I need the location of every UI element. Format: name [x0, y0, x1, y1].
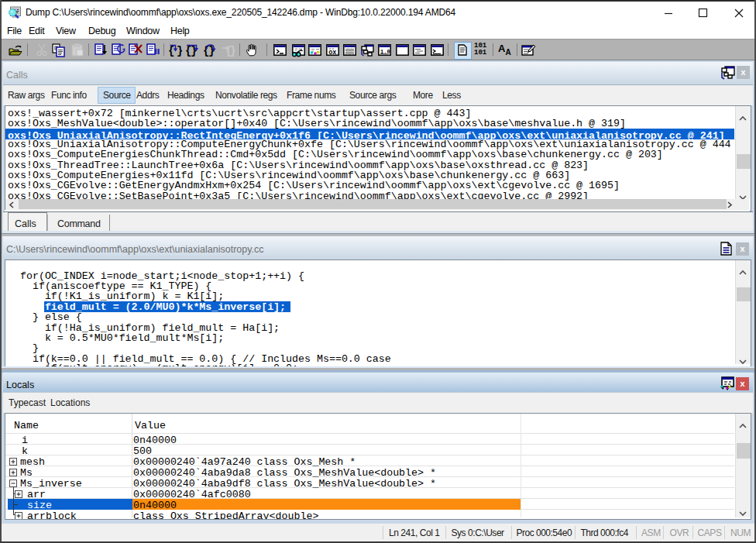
- svg-text:{: {: [169, 45, 174, 57]
- svg-text:}: }: [177, 45, 182, 57]
- svg-text:ox: ox: [328, 49, 336, 57]
- svg-text:}: }: [230, 45, 235, 57]
